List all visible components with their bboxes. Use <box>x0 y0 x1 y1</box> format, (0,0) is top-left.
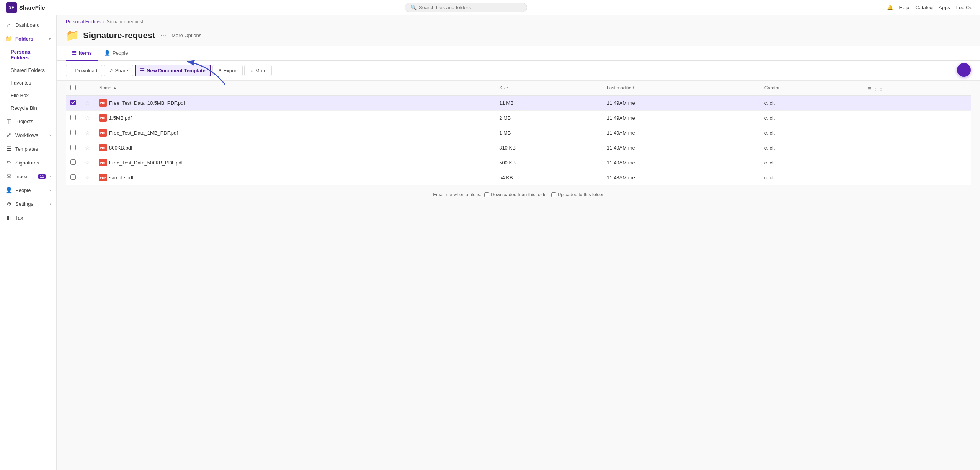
row-creator-cell-5: c. clt <box>760 155 863 170</box>
star-icon-5[interactable]: ☆ <box>85 159 90 166</box>
settings-icon: ⚙ <box>5 200 12 207</box>
row-checkbox-4[interactable] <box>70 145 76 150</box>
share-button[interactable]: ↗ Share <box>104 65 133 76</box>
table-row: ☆ PDF 1.5MB.pdf 2 MB 11:49AM me c. clt <box>66 111 971 125</box>
sidebar-item-dashboard[interactable]: ⌂ Dashboard <box>0 18 56 32</box>
sidebar-label-favorites: Favorites <box>11 80 51 86</box>
logout-link[interactable]: Log Out <box>956 5 974 10</box>
sidebar-label-inbox: Inbox <box>15 174 34 179</box>
row-checkbox-cell <box>66 140 80 155</box>
more-icon: ··· <box>249 68 253 73</box>
tabs: ☰ Items 👤 People <box>57 46 980 61</box>
toolbar: ↓ Download ↗ Share ☰ New Document Templa… <box>57 61 980 81</box>
columns-icon[interactable]: ≡ <box>868 85 871 91</box>
file-name-3[interactable]: Free_Test_Data_1MB_PDF.pdf <box>109 130 178 136</box>
downloaded-label: Downloaded from this folder <box>491 192 548 197</box>
chevron-right-icon: › <box>49 133 51 137</box>
people-icon: 👤 <box>5 187 12 194</box>
templates-icon: ☰ <box>5 145 12 152</box>
file-name-5[interactable]: Free_Test_Data_500KB_PDF.pdf <box>109 160 183 166</box>
select-all-checkbox[interactable] <box>70 85 76 90</box>
star-icon-4[interactable]: ☆ <box>85 145 90 151</box>
export-button[interactable]: ↗ Export <box>212 65 243 76</box>
row-star-cell: ☆ <box>80 170 95 185</box>
email-notify-label: Email me when a file is: <box>433 192 481 197</box>
row-action-cell-4 <box>863 140 971 155</box>
sidebar-item-favorites[interactable]: Favorites <box>0 76 56 89</box>
people-tab-icon: 👤 <box>104 50 110 56</box>
star-icon-1[interactable]: ☆ <box>85 100 90 106</box>
tab-items[interactable]: ☰ Items <box>66 46 98 61</box>
grid-icon[interactable]: ⋮⋮ <box>872 85 884 91</box>
search-bar[interactable]: 🔍 <box>405 3 527 12</box>
row-checkbox-5[interactable] <box>70 159 76 165</box>
star-icon-6[interactable]: ☆ <box>85 174 90 181</box>
file-name-4[interactable]: 800KB.pdf <box>109 145 132 151</box>
sidebar-label-personal-folders: Personal Folders <box>11 49 51 60</box>
row-checkbox-cell <box>66 96 80 111</box>
sidebar-label-workflows: Workflows <box>15 132 46 138</box>
help-link[interactable]: Help <box>899 5 910 10</box>
folder-header: 📁 Signature-request ··· More Options <box>57 26 980 46</box>
topbar-right: 🔔 Help Catalog Apps Log Out <box>887 5 974 10</box>
catalog-link[interactable]: Catalog <box>915 5 933 10</box>
sidebar-item-people[interactable]: 👤 People › <box>0 183 56 197</box>
header-name[interactable]: Name ▲ <box>95 81 495 96</box>
more-options-button[interactable]: More Options <box>172 33 201 38</box>
email-downloaded-option[interactable]: Downloaded from this folder <box>484 192 548 197</box>
row-action-cell-3 <box>863 125 971 140</box>
sidebar-item-inbox[interactable]: ✉ Inbox 11 › <box>0 169 56 183</box>
row-star-cell: ☆ <box>80 140 95 155</box>
download-button[interactable]: ↓ Download <box>66 65 102 76</box>
chevron-down-icon: ▾ <box>49 36 51 41</box>
row-checkbox-cell <box>66 111 80 125</box>
email-uploaded-option[interactable]: Uploaded to this folder <box>551 192 604 197</box>
share-label: Share <box>115 68 128 73</box>
row-creator-cell-6: c. clt <box>760 170 863 185</box>
export-icon: ↗ <box>217 68 222 73</box>
folder-yellow-icon: 📁 <box>66 29 79 42</box>
star-icon-3[interactable]: ☆ <box>85 130 90 136</box>
file-table-wrapper: Name ▲ Size Last modified Creator ≡ ⋮⋮ <box>57 81 980 204</box>
row-checkbox-cell <box>66 155 80 170</box>
downloaded-checkbox[interactable] <box>484 192 489 197</box>
uploaded-checkbox[interactable] <box>551 192 556 197</box>
sidebar-item-settings[interactable]: ⚙ Settings › <box>0 197 56 211</box>
row-name-cell: PDF Free_Test_Data_1MB_PDF.pdf <box>95 125 495 140</box>
row-star-cell: ☆ <box>80 125 95 140</box>
row-creator-cell-3: c. clt <box>760 125 863 140</box>
apps-link[interactable]: Apps <box>939 5 950 10</box>
sidebar-item-folders[interactable]: 📁 Folders ▾ <box>0 32 56 46</box>
sidebar-item-recycle-bin[interactable]: Recycle Bin <box>0 102 56 114</box>
sidebar-item-signatures[interactable]: ✏ Signatures <box>0 156 56 169</box>
tab-people[interactable]: 👤 People <box>98 46 134 61</box>
search-input[interactable] <box>419 5 521 10</box>
file-name-1[interactable]: Free_Test_Data_10.5MB_PDF.pdf <box>109 100 185 106</box>
sidebar-item-workflows[interactable]: ⤢ Workflows › <box>0 128 56 142</box>
sidebar: ⌂ Dashboard 📁 Folders ▾ Personal Folders… <box>0 15 57 470</box>
new-doc-template-button[interactable]: ☰ New Document Template <box>135 65 211 76</box>
row-modified-cell-1: 11:49AM me <box>602 96 760 111</box>
row-checkbox-3[interactable] <box>70 130 76 135</box>
row-action-cell-6 <box>863 170 971 185</box>
topbar-left: SF ShareFile <box>6 2 45 13</box>
row-checkbox-6[interactable] <box>70 174 76 180</box>
fab-add-button[interactable]: + <box>957 63 971 77</box>
header-modified: Last modified <box>602 81 760 96</box>
row-checkbox-1[interactable] <box>70 100 76 105</box>
sidebar-item-shared-folders[interactable]: Shared Folders <box>0 64 56 76</box>
file-name-6[interactable]: sample.pdf <box>109 175 134 181</box>
file-name-2[interactable]: 1.5MB.pdf <box>109 115 132 121</box>
table-row: ☆ PDF sample.pdf 54 KB 11:48AM me c. clt <box>66 170 971 185</box>
sidebar-item-templates[interactable]: ☰ Templates <box>0 142 56 156</box>
star-icon-2[interactable]: ☆ <box>85 115 90 121</box>
more-button[interactable]: ··· More <box>244 65 271 76</box>
breadcrumb-personal-folders[interactable]: Personal Folders <box>66 19 101 24</box>
sidebar-item-projects[interactable]: ◫ Projects <box>0 114 56 128</box>
workflows-icon: ⤢ <box>5 132 12 138</box>
bell-icon[interactable]: 🔔 <box>887 5 893 10</box>
row-checkbox-2[interactable] <box>70 115 76 120</box>
sidebar-item-file-box[interactable]: File Box <box>0 89 56 102</box>
sidebar-item-tax[interactable]: ◧ Tax <box>0 211 56 224</box>
sidebar-item-personal-folders[interactable]: Personal Folders <box>0 46 56 64</box>
